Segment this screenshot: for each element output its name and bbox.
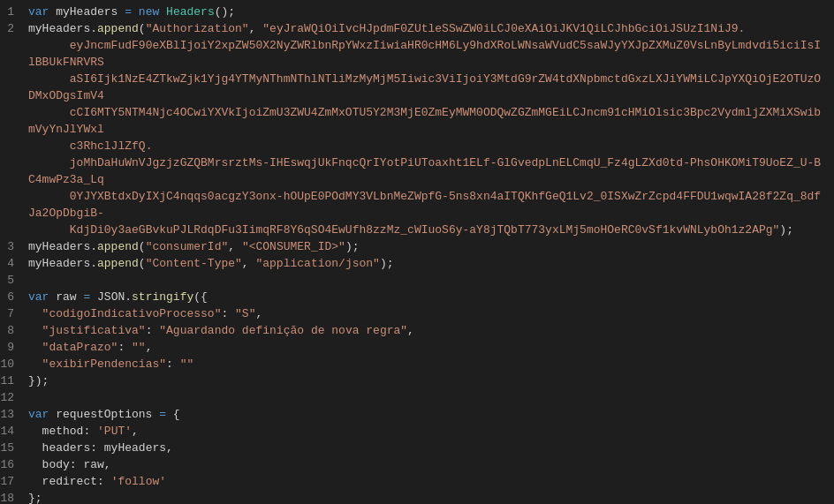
line-number: 17 [0, 473, 28, 490]
line-number: 12 [0, 389, 28, 406]
line: 3myHeaders.append("consumerId", "<CONSUM… [0, 238, 834, 255]
line-content: joMhDaHuWnVJgzjzGZQBMrsrztMs-IHEswqjUkFn… [28, 154, 834, 188]
line-number: 6 [0, 289, 28, 305]
line-content: }); [28, 372, 834, 389]
line-content: myHeaders.append("Content-Type", "applic… [28, 255, 834, 272]
line: 10 "exibirPendencias": "" [0, 356, 834, 372]
line: 17 redirect: 'follow' [0, 473, 834, 490]
line: 15 headers: myHeaders, [0, 440, 834, 456]
line-content: KdjDi0y3aeGBvkuPJLRdqDFu3IimqRF8Y6qSO4Ew… [28, 222, 834, 238]
line: 14 method: 'PUT', [0, 423, 834, 440]
line-content: "codigoIndicativoProcesso": "S", [28, 305, 834, 322]
line-content: eyJncmFudF90eXBlIjoiY2xpZW50X2NyZWRlbnRp… [28, 37, 834, 71]
line-content: var myHeaders = new Headers(); [28, 4, 834, 20]
line-number: 1 [0, 4, 28, 20]
line-content: }; [28, 490, 834, 504]
line: 6var raw = JSON.stringify({ [0, 289, 834, 305]
line-number: 5 [0, 272, 28, 289]
line-content: myHeaders.append("Authorization", "eyJra… [28, 20, 834, 37]
line: 11}); [0, 372, 834, 389]
line: KdjDi0y3aeGBvkuPJLRdqDFu3IimqRF8Y6qSO4Ew… [0, 222, 834, 238]
line: 18}; [0, 490, 834, 504]
line-number: 18 [0, 490, 28, 504]
line-content: redirect: 'follow' [28, 473, 834, 490]
line-content: "dataPrazo": "", [28, 339, 834, 356]
line: joMhDaHuWnVJgzjzGZQBMrsrztMs-IHEswqjUkFn… [0, 154, 834, 188]
code-editor: 1var myHeaders = new Headers();2myHeader… [0, 0, 834, 504]
line: c3RhclJlZfQ. [0, 138, 834, 154]
line: eyJncmFudF90eXBlIjoiY2xpZW50X2NyZWRlbnRp… [0, 37, 834, 71]
line: 8 "justificativa": "Aguardando definição… [0, 322, 834, 339]
line: 9 "dataPrazo": "", [0, 339, 834, 356]
line-content [28, 272, 834, 289]
line-number: 9 [0, 339, 28, 356]
line-content: c3RhclJlZfQ. [28, 138, 834, 154]
line: 5 [0, 272, 834, 289]
line-content: "exibirPendencias": "" [28, 356, 834, 372]
line-number: 11 [0, 372, 28, 389]
line-content: myHeaders.append("consumerId", "<CONSUME… [28, 238, 834, 255]
line-content: var requestOptions = { [28, 406, 834, 423]
line-content: cCI6MTY5NTM4Njc4OCwiYXVkIjoiZmU3ZWU4ZmMx… [28, 104, 834, 138]
line: 16 body: raw, [0, 456, 834, 473]
line-content: aSI6Ijk1NzE4ZTkwZjk1Yjg4YTMyNThmNThlNTli… [28, 71, 834, 104]
line-number: 15 [0, 440, 28, 456]
line-content: var raw = JSON.stringify({ [28, 289, 834, 305]
line-number: 4 [0, 255, 28, 272]
line: 1var myHeaders = new Headers(); [0, 4, 834, 20]
line-content: body: raw, [28, 456, 834, 473]
line: 13var requestOptions = { [0, 406, 834, 423]
line: 12 [0, 389, 834, 406]
line-number: 8 [0, 322, 28, 339]
line-content: 0YJYXBtdxDyIXjC4nqqs0acgzY3onx-hOUpE0POd… [28, 188, 834, 222]
line: 0YJYXBtdxDyIXjC4nqqs0acgzY3onx-hOUpE0POd… [0, 188, 834, 222]
line-number: 13 [0, 406, 28, 423]
line-number: 14 [0, 423, 28, 440]
line-number: 10 [0, 356, 28, 372]
line-content [28, 389, 834, 406]
line: cCI6MTY5NTM4Njc4OCwiYXVkIjoiZmU3ZWU4ZmMx… [0, 104, 834, 138]
line-number: 3 [0, 238, 28, 255]
line-content: "justificativa": "Aguardando definição d… [28, 322, 834, 339]
line-number: 7 [0, 305, 28, 322]
line-content: method: 'PUT', [28, 423, 834, 440]
line: aSI6Ijk1NzE4ZTkwZjk1Yjg4YTMyNThmNThlNTli… [0, 71, 834, 104]
line: 2myHeaders.append("Authorization", "eyJr… [0, 20, 834, 37]
line: 7 "codigoIndicativoProcesso": "S", [0, 305, 834, 322]
line-number: 16 [0, 456, 28, 473]
line-content: headers: myHeaders, [28, 440, 834, 456]
line-number: 2 [0, 20, 28, 37]
line: 4myHeaders.append("Content-Type", "appli… [0, 255, 834, 272]
